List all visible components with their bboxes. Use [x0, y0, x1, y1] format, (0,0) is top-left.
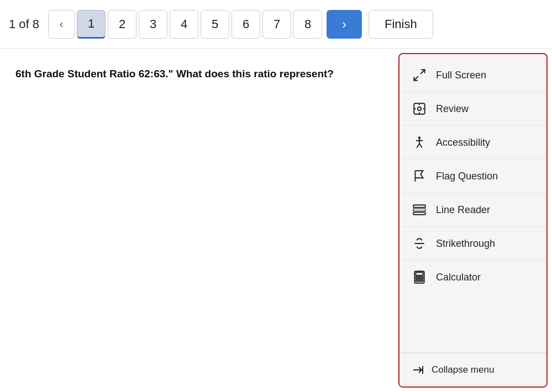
question-text: 6th Grade Student Ratio 62:63." What doe… — [15, 66, 380, 82]
svg-point-3 — [418, 107, 422, 111]
strikethrough-icon — [412, 236, 427, 251]
calculator-icon — [412, 269, 427, 285]
menu-label-accessibility: Accessibility — [436, 137, 490, 149]
menu-item-line-reader[interactable]: Line Reader — [399, 193, 546, 227]
collapse-menu-button[interactable]: Collapse menu — [399, 353, 546, 386]
svg-rect-19 — [418, 279, 420, 281]
svg-rect-16 — [418, 277, 420, 278]
top-navigation: 1 of 8 ‹ 1 2 3 4 5 6 7 8 › Finish — [0, 0, 552, 49]
svg-rect-9 — [413, 205, 425, 207]
collapse-icon — [412, 363, 425, 377]
menu-label-full-screen: Full Screen — [436, 70, 486, 81]
collapse-menu-label: Collapse menu — [432, 364, 494, 375]
menu-label-review: Review — [436, 103, 469, 115]
menu-item-review[interactable]: Review — [399, 92, 546, 126]
svg-rect-14 — [416, 272, 423, 275]
page-button-3[interactable]: 3 — [139, 10, 167, 39]
svg-rect-15 — [416, 277, 418, 278]
svg-rect-17 — [421, 277, 423, 278]
svg-line-1 — [414, 76, 418, 81]
page-button-1[interactable]: 1 — [77, 10, 106, 39]
page-button-8[interactable]: 8 — [293, 10, 322, 39]
fullscreen-icon — [412, 67, 427, 83]
flag-icon — [412, 168, 427, 184]
svg-rect-18 — [416, 279, 418, 281]
svg-rect-11 — [413, 212, 425, 214]
next-button[interactable]: › — [327, 10, 362, 39]
menu-items: Full Screen Review — [399, 54, 546, 353]
prev-button[interactable]: ‹ — [48, 10, 75, 39]
accessibility-icon — [412, 135, 427, 150]
side-panel: Full Screen Review — [398, 53, 548, 388]
content-area: 6th Grade Student Ratio 62:63." What doe… — [0, 49, 398, 392]
menu-label-strikethrough: Strikethrough — [436, 238, 495, 250]
review-icon — [412, 101, 427, 116]
menu-label-calculator: Calculator — [436, 272, 481, 283]
menu-label-line-reader: Line Reader — [436, 204, 490, 216]
svg-rect-20 — [421, 279, 423, 281]
finish-button[interactable]: Finish — [369, 10, 433, 39]
page-button-5[interactable]: 5 — [201, 10, 229, 39]
menu-item-accessibility[interactable]: Accessibility — [399, 126, 546, 160]
menu-item-calculator[interactable]: Calculator — [399, 261, 546, 294]
page-button-6[interactable]: 6 — [232, 10, 260, 39]
line-reader-icon — [412, 202, 427, 218]
menu-item-flag-question[interactable]: Flag Question — [399, 160, 546, 193]
main-area: 6th Grade Student Ratio 62:63." What doe… — [0, 49, 552, 392]
svg-line-0 — [420, 70, 425, 74]
page-button-2[interactable]: 2 — [108, 10, 136, 39]
page-button-7[interactable]: 7 — [262, 10, 291, 39]
page-indicator: 1 of 8 — [9, 17, 39, 31]
menu-item-strikethrough[interactable]: Strikethrough — [399, 227, 546, 261]
menu-item-full-screen[interactable]: Full Screen — [399, 59, 546, 92]
page-button-4[interactable]: 4 — [170, 10, 198, 39]
menu-label-flag-question: Flag Question — [436, 171, 498, 182]
svg-rect-12 — [413, 208, 425, 212]
